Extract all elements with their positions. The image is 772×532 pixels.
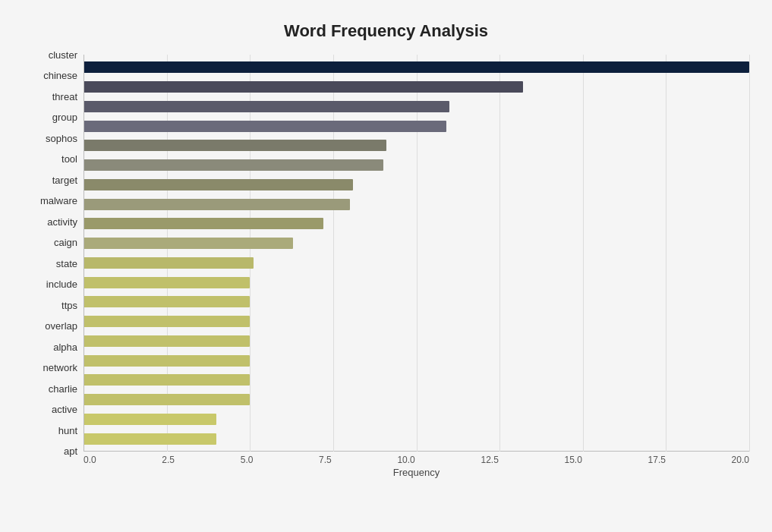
bar-row [84, 214, 749, 234]
x-tick: 17.5 [648, 455, 666, 465]
bar [84, 394, 250, 405]
x-tick: 0.0 [84, 455, 96, 465]
y-labels: clusterchinesethreatgroupsophostooltarge… [23, 55, 84, 473]
bar [84, 140, 386, 151]
bar-row [84, 58, 749, 77]
x-tick: 7.5 [319, 455, 332, 465]
x-tick: 5.0 [241, 455, 254, 465]
grid-line [749, 55, 750, 452]
bar-row [84, 116, 749, 136]
chart-container: Word Frequency Analysis clusterchineseth… [0, 0, 772, 532]
x-tick: 12.5 [481, 455, 498, 465]
bar-row [84, 156, 749, 175]
bar [84, 101, 449, 112]
bar [84, 257, 254, 269]
chart-title: Word Frequency Analysis [23, 15, 749, 41]
bar [84, 414, 216, 425]
bar-row [84, 312, 749, 332]
bars-section [84, 55, 749, 452]
x-axis-label: Frequency [84, 467, 749, 478]
bar [84, 316, 250, 327]
bar-row [84, 77, 749, 97]
bar-row [84, 292, 749, 312]
bar [84, 355, 250, 367]
bar-row [84, 429, 749, 449]
bar-row [84, 253, 749, 273]
bar-row [84, 370, 749, 390]
x-tick: 20.0 [732, 455, 749, 465]
bars-wrapper [84, 55, 749, 452]
bar [84, 159, 383, 171]
bar-row [84, 194, 749, 214]
bar [84, 296, 250, 307]
x-tick: 10.0 [397, 455, 414, 465]
bar [84, 199, 350, 210]
x-tick: 2.5 [162, 455, 175, 465]
bar [84, 433, 216, 445]
chart-area: clusterchinesethreatgroupsophostooltarge… [23, 55, 749, 473]
bar [84, 335, 250, 347]
bar-row [84, 332, 749, 351]
bar-row [84, 136, 749, 156]
x-axis: 0.02.55.07.510.012.515.017.520.0 Frequen… [84, 452, 749, 473]
bar [84, 61, 749, 73]
bars-and-x: 0.02.55.07.510.012.515.017.520.0 Frequen… [84, 55, 749, 473]
bar-row [84, 234, 749, 253]
bar-row [84, 410, 749, 430]
bar [84, 179, 353, 190]
bar [84, 277, 250, 288]
bar [84, 374, 250, 386]
bar [84, 238, 293, 249]
grid-line [84, 55, 84, 452]
bar [84, 121, 446, 132]
x-ticks: 0.02.55.07.510.012.515.017.520.0 [84, 452, 749, 465]
bar-row [84, 351, 749, 370]
bar-row [84, 390, 749, 410]
bar [84, 218, 323, 229]
bar-row [84, 175, 749, 195]
x-tick: 15.0 [565, 455, 582, 465]
bar-row [84, 272, 749, 292]
bar [84, 81, 523, 93]
bar-row [84, 97, 749, 117]
